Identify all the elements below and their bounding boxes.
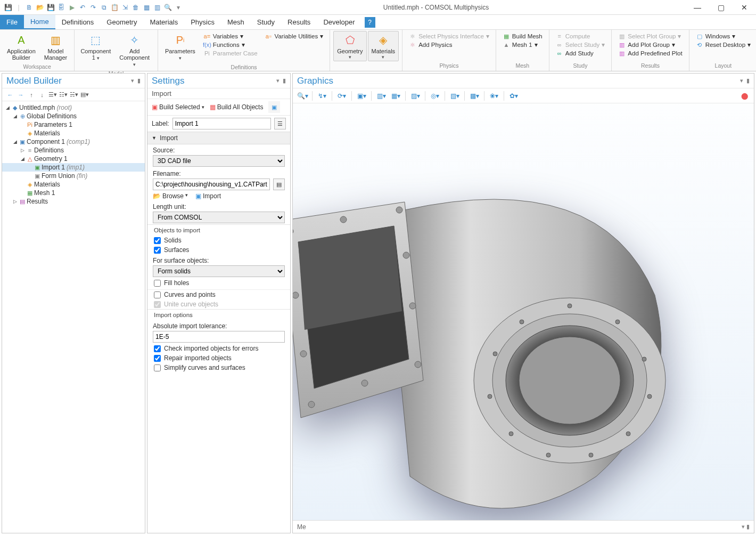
render1-icon[interactable]: ▧▾ (448, 90, 461, 102)
panel-menu-icon[interactable]: ▾ (131, 77, 134, 84)
import-section-header[interactable]: ▼Import (147, 132, 290, 144)
collapse-icon[interactable]: ☷▾ (59, 90, 68, 100)
maximize-button[interactable]: ▢ (709, 0, 733, 15)
geometry-button[interactable]: ⬠Geometry▾ (333, 31, 366, 61)
view-icon[interactable]: ▤▾ (80, 90, 89, 100)
rotate-icon[interactable]: ⟳▾ (335, 90, 348, 102)
nav-down-icon[interactable]: ↓ (37, 90, 47, 100)
tab-definitions[interactable]: Definitions (55, 15, 101, 29)
tree-node[interactable]: ◢△Geometry 1 (2, 155, 145, 163)
import-button[interactable]: ▣Import (195, 192, 221, 200)
filename-browse-icon[interactable]: ▤ (273, 179, 285, 190)
tool2-icon[interactable]: ▥ (152, 3, 162, 12)
compute-button[interactable]: =Compute (555, 32, 606, 40)
minimize-button[interactable]: — (686, 0, 709, 15)
tab-file[interactable]: File (0, 15, 24, 29)
tree-node[interactable]: PiParameters 1 (2, 120, 145, 129)
repair-checkbox[interactable] (154, 355, 161, 362)
add-component-button[interactable]: ✧AddComponent ▾ (114, 31, 154, 69)
delete-icon[interactable]: 🗑 (131, 3, 141, 12)
tree-node[interactable]: ◢▣Component 1(comp1) (2, 137, 145, 146)
select-physics-button[interactable]: ⚛Select Physics Interface ▾ (408, 32, 490, 40)
tree-node[interactable]: ▷≡Definitions (2, 146, 145, 155)
build-mesh-button[interactable]: ▦Build Mesh (502, 32, 544, 40)
render4-icon[interactable]: ✿▾ (507, 90, 520, 102)
view1-icon[interactable]: ▥▾ (375, 90, 388, 102)
expand-icon[interactable]: ☰▾ (48, 90, 57, 100)
model-tree[interactable]: ◢◆Untitled.mph(root)◢⊕Global Definitions… (2, 101, 145, 533)
add-physics-button[interactable]: ⚛Add Physics (408, 40, 490, 49)
solids-checkbox[interactable] (154, 237, 161, 244)
source-select[interactable]: 3D CAD file (153, 155, 285, 167)
close-button[interactable]: ✕ (733, 0, 756, 15)
functions-button[interactable]: f(x)Functions ▾ (202, 40, 259, 49)
redo-icon[interactable]: ↷ (88, 3, 98, 12)
app-builder-button[interactable]: AApplicationBuilder (3, 31, 39, 62)
run-icon[interactable]: ▶ (67, 3, 77, 12)
parameter-case-button[interactable]: PiParameter Case (202, 49, 259, 58)
component-button[interactable]: ⬚Component1 ▾ (78, 31, 113, 63)
tree-node[interactable]: ▣Form Union(fin) (2, 172, 145, 180)
mesh1-button[interactable]: ▲Mesh 1 ▾ (502, 40, 544, 49)
select-study-button[interactable]: ∞Select Study ▾ (555, 40, 606, 49)
label-edit-icon[interactable]: ☰ (274, 118, 286, 129)
new-icon[interactable]: 🗎 (24, 3, 34, 12)
tab-mesh[interactable]: Mesh (221, 15, 251, 29)
materials-button[interactable]: ◈Materials▾ (368, 31, 399, 61)
view2-icon[interactable]: ▦▾ (389, 90, 402, 102)
form-solids-select[interactable]: Form solids (153, 265, 285, 277)
tab-physics[interactable]: Physics (184, 15, 221, 29)
simplify-checkbox[interactable] (154, 364, 161, 371)
tool1-icon[interactable]: ▦ (142, 3, 151, 12)
panel-menu-icon[interactable]: ▾ (740, 77, 743, 84)
qat-dropdown-icon[interactable]: ▾ (174, 3, 183, 12)
nav-fwd-icon[interactable]: → (16, 90, 26, 100)
record-icon[interactable]: ⬤ (738, 90, 751, 102)
saveall-icon[interactable]: 🗄 (56, 3, 66, 12)
copy-icon[interactable]: ⧉ (99, 3, 109, 12)
save2-icon[interactable]: 💾 (46, 3, 55, 12)
tab-study[interactable]: Study (251, 15, 281, 29)
render3-icon[interactable]: ❀▾ (488, 90, 500, 102)
tree-node[interactable]: ◢◆Untitled.mph(root) (2, 103, 145, 112)
select-plot-button[interactable]: ▥Select Plot Group ▾ (617, 32, 683, 40)
abs-tol-input[interactable] (153, 331, 285, 343)
view4-icon[interactable]: ◎▾ (429, 90, 441, 102)
pin-icon[interactable]: ▮ (137, 77, 141, 84)
view3-icon[interactable]: ▨▾ (409, 90, 422, 102)
render2-icon[interactable]: ▩▾ (468, 90, 481, 102)
browse-button[interactable]: 📂Browse ▾ (153, 192, 188, 200)
tab-materials[interactable]: Materials (143, 15, 184, 29)
parameters-button[interactable]: PiParameters▾ (161, 31, 199, 63)
pin-icon[interactable]: ▮ (746, 77, 750, 84)
graphics-canvas[interactable] (293, 103, 754, 520)
tab-developer[interactable]: Developer (317, 15, 361, 29)
add-study-button[interactable]: ∞Add Study (555, 49, 606, 58)
filename-input[interactable] (153, 179, 270, 190)
panel-menu-icon[interactable]: ▾ (276, 77, 280, 84)
length-unit-select[interactable]: From COMSOL (153, 212, 285, 223)
surfaces-checkbox[interactable] (154, 247, 161, 254)
windows-button[interactable]: ▢Windows ▾ (695, 32, 752, 40)
nav-up-icon[interactable]: ↑ (27, 90, 36, 100)
open-icon[interactable]: 📂 (35, 3, 45, 12)
tree-node[interactable]: ◢⊕Global Definitions (2, 112, 145, 120)
messages-bar[interactable]: Me ▾ ▮ (293, 520, 754, 533)
zoom-icon[interactable]: 🔍▾ (296, 90, 309, 102)
reset-desktop-button[interactable]: ⟲Reset Desktop ▾ (695, 40, 752, 49)
build-all-button[interactable]: ▦Build All Objects (210, 103, 264, 111)
tree-node[interactable]: ▷▤Results (2, 197, 145, 206)
variable-utilities-button[interactable]: a=Variable Utilities ▾ (264, 32, 325, 40)
curves-checkbox[interactable] (154, 291, 161, 298)
nav-back-icon[interactable]: ← (5, 90, 15, 100)
axis-icon[interactable]: ↯▾ (316, 90, 328, 102)
undo-icon[interactable]: ↶ (78, 3, 87, 12)
tab-home[interactable]: Home (24, 15, 55, 29)
tab-results[interactable]: Results (281, 15, 317, 29)
tree-node[interactable]: ◈Materials (2, 180, 145, 189)
check-errors-checkbox[interactable] (154, 345, 161, 352)
save-icon[interactable]: 💾 (3, 3, 13, 12)
tree-node[interactable]: ▦Mesh 1 (2, 189, 145, 197)
label-input[interactable] (172, 118, 271, 129)
fill-holes-checkbox[interactable] (154, 280, 161, 287)
